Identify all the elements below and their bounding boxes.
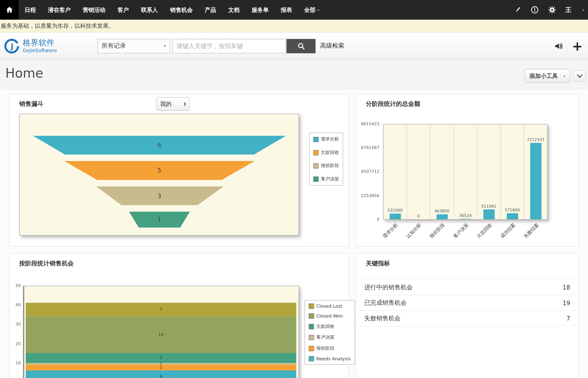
- metric-label: 已完成销售机会: [364, 299, 407, 307]
- nav-item[interactable]: 潜在客户: [42, 0, 77, 20]
- search-button[interactable]: [286, 39, 316, 53]
- logo-name-cn: 格界软件: [23, 39, 57, 48]
- x-axis-label-text: 客户决策: [452, 222, 470, 240]
- nav-item[interactable]: 产品: [199, 0, 222, 20]
- bar-column: 571800: [501, 124, 524, 219]
- logo-name-en: GejieSoftware: [23, 47, 57, 53]
- nav-item[interactable]: 销售机会: [164, 0, 199, 20]
- legend-item: 欠款回收: [309, 323, 351, 330]
- stage-chart-area: 7195136: [23, 286, 299, 378]
- legend-item: Needs Analysis: [309, 356, 351, 361]
- funnel-filter-select[interactable]: 我的 ▲ ▼: [156, 97, 190, 111]
- quick-create-button[interactable]: +: [572, 40, 583, 52]
- y-axis-tick: 4507712: [357, 169, 379, 174]
- chevron-down-icon: ▾: [563, 74, 565, 78]
- bar[interactable]: [507, 213, 518, 219]
- stack-segment[interactable]: 1: [26, 363, 296, 365]
- info-icon: [531, 6, 539, 14]
- bar[interactable]: [460, 219, 471, 219]
- dashboard: 销售漏斗 我的 ▲ ▼ 6531 需求分析欠款回收报价阶段客户决策 分阶段统计的…: [0, 90, 588, 378]
- title-bar: Home 添加小工具 ▾: [0, 60, 588, 90]
- legend-item: Closed Won: [309, 313, 351, 319]
- metric-row[interactable]: 失败销售机会7: [356, 311, 579, 326]
- funnel-segment[interactable]: 6: [33, 136, 286, 155]
- stack-segment[interactable]: 6: [26, 370, 296, 378]
- amount-xlabels: 需求分析认知分析报价阶段客户决策欠款回收成功结案失败结案: [383, 220, 548, 247]
- advanced-search-link[interactable]: 高级检索: [320, 42, 344, 50]
- collapse-dashboard-button[interactable]: [574, 70, 586, 82]
- bar[interactable]: [389, 214, 401, 219]
- legend-label: 欠款回收: [321, 149, 339, 156]
- chevron-down-icon: ▾: [164, 44, 166, 49]
- legend-swatch: [313, 150, 319, 155]
- logo[interactable]: J 格界软件 GejieSoftware: [0, 38, 94, 54]
- x-axis-label-text: 欠款回收: [475, 222, 493, 240]
- spinner-down-icon: ▼: [184, 104, 186, 106]
- stack-segment[interactable]: 3: [26, 365, 296, 370]
- nav-item[interactable]: 营销活动: [77, 0, 112, 20]
- funnel-segment[interactable]: 1: [33, 212, 286, 228]
- nav-item[interactable]: 报表: [275, 0, 298, 20]
- user-menu[interactable]: 王: [565, 6, 571, 14]
- logo-text: 格界软件 GejieSoftware: [23, 39, 57, 53]
- speaker-icon: [554, 41, 564, 51]
- nav-item[interactable]: 日程: [19, 0, 42, 20]
- bar-value-label: 571800: [505, 207, 520, 212]
- y-axis-tick: 30: [10, 322, 21, 327]
- stack-segment[interactable]: 19: [26, 316, 296, 353]
- legend-label: 需求分析: [321, 136, 339, 143]
- metric-label: 失败销售机会: [364, 314, 401, 322]
- nav-item-label: 联系人: [141, 6, 158, 14]
- nav-item[interactable]: 全部▾: [298, 0, 325, 20]
- panel-opportunities-by-stage: 按阶段统计销售机会 01020304050 7195136 Closed Los…: [9, 253, 349, 378]
- nav-item-label: 客户: [118, 6, 129, 14]
- x-axis-label-text: 需求分析: [382, 222, 400, 240]
- bar-column: 911061: [477, 124, 501, 219]
- chevron-down-icon: ▾: [317, 8, 319, 12]
- announcements-button[interactable]: [554, 41, 564, 51]
- y-axis-tick: 9015423: [357, 121, 379, 127]
- home-button[interactable]: [0, 0, 19, 20]
- chevron-down-icon[interactable]: ▾: [582, 8, 584, 12]
- bar[interactable]: [530, 143, 541, 219]
- panel-header: 按阶段统计销售机会: [10, 254, 349, 273]
- legend-swatch: [313, 176, 319, 182]
- nav-item[interactable]: 服务单: [246, 0, 275, 20]
- nav-item[interactable]: 客户: [112, 0, 135, 20]
- funnel-segment[interactable]: 5: [33, 161, 286, 180]
- legend-swatch: [309, 313, 314, 319]
- select-spinner-icon: ▲ ▼: [184, 102, 186, 106]
- legend-label: 客户决策: [321, 176, 339, 182]
- info-button[interactable]: [531, 6, 539, 14]
- app-header: J 格界软件 GejieSoftware 所有记录 ▾ 高级检索: [0, 33, 588, 60]
- legend-swatch: [313, 137, 319, 142]
- top-nav: 日程潜在客户营销活动客户联系人销售机会产品文档服务单报表全部▾: [0, 0, 588, 20]
- funnel-value: 3: [158, 193, 161, 199]
- metric-row[interactable]: 进行中的销售机会18: [356, 280, 579, 295]
- metric-value: 19: [563, 299, 570, 306]
- search-input[interactable]: [172, 39, 286, 53]
- add-widget-button[interactable]: 添加小工具 ▾: [525, 69, 570, 83]
- search-scope-select[interactable]: 所有记录 ▾: [97, 39, 170, 53]
- legend-item: 报价阶段: [313, 163, 339, 169]
- panel-header: 关键指标: [356, 254, 579, 273]
- bar[interactable]: [483, 210, 495, 219]
- app-root: 日程潜在客户营销活动客户联系人销售机会产品文档服务单报表全部▾: [0, 0, 588, 378]
- bar[interactable]: [436, 214, 448, 219]
- panel-title: 销售漏斗: [19, 100, 44, 108]
- settings-button[interactable]: [548, 6, 556, 14]
- nav-item[interactable]: 文档: [222, 0, 246, 20]
- quick-edit-button[interactable]: [514, 6, 521, 14]
- stack-segment[interactable]: 7: [26, 303, 296, 317]
- metric-row[interactable]: 已完成销售机会19: [356, 295, 579, 311]
- svg-text:J: J: [10, 42, 14, 50]
- legend-swatch: [309, 356, 314, 361]
- bar-column: 531000: [384, 124, 407, 219]
- bar-value-label: 0: [417, 214, 420, 218]
- nav-item-label: 报表: [281, 6, 292, 14]
- gear-icon: [548, 6, 556, 14]
- search-scope-value: 所有记录: [102, 42, 126, 50]
- nav-item[interactable]: 联系人: [135, 0, 164, 20]
- funnel-segment[interactable]: 3: [33, 186, 286, 205]
- stage-stack: 7195136: [26, 303, 296, 378]
